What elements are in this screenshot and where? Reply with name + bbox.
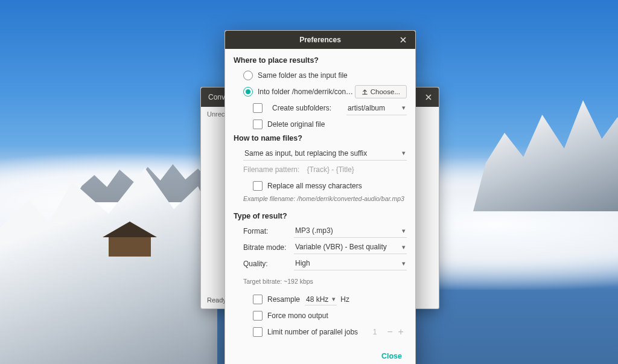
- jobs-decrement-button[interactable]: −: [384, 328, 395, 336]
- radio-same-folder[interactable]: [243, 71, 253, 80]
- delete-original-checkbox[interactable]: [253, 120, 263, 129]
- create-subfolders-checkbox[interactable]: [253, 103, 263, 113]
- radio-into-folder-row[interactable]: Into folder /home/derrik/converted-audio…: [234, 85, 407, 99]
- radio-into-folder[interactable]: [243, 87, 253, 97]
- format-row: Format: MP3 (.mp3) ▾: [234, 224, 407, 238]
- main-window-status: Ready: [207, 296, 226, 304]
- caret-down-icon: ▾: [402, 104, 406, 112]
- resample-label: Resample: [267, 295, 301, 304]
- quality-select[interactable]: High ▾: [294, 257, 407, 270]
- format-label: Format:: [243, 227, 294, 235]
- jobs-number-input[interactable]: [365, 327, 384, 337]
- delete-original-row: Delete original file: [234, 117, 407, 132]
- replace-messy-checkbox[interactable]: [253, 181, 263, 191]
- filename-pattern-label: Filename pattern:: [243, 165, 299, 174]
- radio-same-folder-label: Same folder as the input file: [258, 71, 348, 80]
- placement-heading: Where to place results?: [234, 56, 407, 65]
- radio-same-folder-row[interactable]: Same folder as the input file: [234, 68, 407, 83]
- caret-down-icon: ▾: [332, 295, 336, 303]
- close-button[interactable]: Close: [378, 350, 406, 363]
- force-mono-row: Force mono output: [234, 308, 407, 323]
- upload-icon: [362, 89, 368, 95]
- wallpaper-right-peak: [473, 91, 618, 211]
- filename-pattern-row: Filename pattern: {Track} - {Title}: [234, 162, 407, 177]
- force-mono-label: Force mono output: [267, 311, 328, 320]
- preferences-body: Where to place results? Same folder as t…: [225, 49, 415, 343]
- caret-down-icon: ▾: [402, 149, 406, 157]
- quality-row: Quality: High ▾: [234, 257, 407, 270]
- preferences-title: Preferences: [299, 36, 341, 44]
- target-bitrate-note: Target bitrate: ~192 kbps: [234, 274, 407, 289]
- resample-checkbox[interactable]: [253, 295, 263, 304]
- preferences-close-icon-button[interactable]: [395, 31, 412, 49]
- subfolder-pattern-select[interactable]: artist/album ▾: [346, 101, 407, 115]
- create-subfolders-row: Create subfolders: artist/album ▾: [234, 101, 407, 115]
- naming-mode-row: Same as input, but replacing the suffix …: [234, 146, 407, 161]
- result-heading: Type of result?: [234, 212, 407, 220]
- filename-pattern-hint: {Track} - {Title}: [307, 165, 354, 174]
- example-filename: Example filename: /home/derrik/converted…: [234, 195, 407, 209]
- replace-messy-row: Replace all messy characters: [234, 179, 407, 193]
- jobs-increment-button[interactable]: +: [395, 328, 406, 336]
- quality-label: Quality:: [243, 260, 294, 268]
- choose-folder-button[interactable]: Choose...: [355, 85, 407, 98]
- force-mono-checkbox[interactable]: [253, 311, 263, 321]
- limit-jobs-label: Limit number of parallel jobs: [267, 328, 358, 336]
- resample-unit: Hz: [340, 295, 349, 304]
- desktop-wallpaper: Conve Unreco Ready Preferences Where to …: [0, 0, 618, 364]
- caret-down-icon: ▾: [402, 243, 406, 251]
- format-select[interactable]: MP3 (.mp3) ▾: [294, 224, 407, 238]
- caret-down-icon: ▾: [402, 227, 406, 235]
- delete-original-label: Delete original file: [267, 120, 325, 129]
- resample-rate-select[interactable]: 48 kHz ▾: [305, 294, 337, 305]
- replace-messy-label: Replace all messy characters: [267, 182, 362, 190]
- main-window-close-button[interactable]: [418, 88, 439, 107]
- bitrate-mode-row: Bitrate mode: Variable (VBR) - Best qual…: [234, 240, 407, 254]
- caret-down-icon: ▾: [402, 260, 406, 267]
- close-icon: [400, 37, 406, 43]
- preferences-dialog: Preferences Where to place results? Same…: [225, 30, 416, 364]
- bitrate-mode-select[interactable]: Variable (VBR) - Best quality ▾: [294, 240, 407, 254]
- limit-jobs-checkbox[interactable]: [253, 327, 263, 337]
- naming-heading: How to name files?: [234, 134, 407, 142]
- close-icon: [425, 94, 432, 100]
- radio-into-folder-label: Into folder /home/derrik/converted-audio: [258, 88, 355, 96]
- create-subfolders-label: Create subfolders:: [272, 104, 331, 112]
- wallpaper-hut: [97, 220, 163, 257]
- limit-jobs-row: Limit number of parallel jobs − +: [234, 325, 407, 339]
- resample-row: Resample 48 kHz ▾ Hz: [234, 292, 407, 307]
- naming-mode-select[interactable]: Same as input, but replacing the suffix …: [243, 147, 407, 161]
- preferences-footer: Close: [225, 343, 415, 364]
- bitrate-mode-label: Bitrate mode:: [243, 243, 294, 252]
- preferences-titlebar[interactable]: Preferences: [225, 31, 415, 49]
- jobs-stepper: − +: [384, 328, 406, 336]
